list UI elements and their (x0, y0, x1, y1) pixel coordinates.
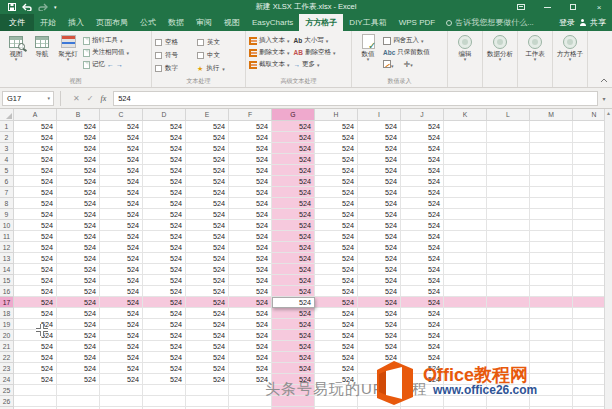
cell[interactable] (487, 275, 530, 286)
cell[interactable]: 524 (272, 286, 315, 297)
cell[interactable]: 524 (57, 242, 100, 253)
checkbox-icon[interactable] (197, 39, 204, 46)
cell[interactable]: 524 (229, 308, 272, 319)
extract-text-button[interactable]: 截取文本▾ (249, 60, 290, 69)
cell[interactable]: 524 (315, 341, 358, 352)
change-case-button[interactable]: Ab大小写▾ (294, 36, 336, 45)
cell[interactable]: 524 (358, 264, 401, 275)
spotlight-button[interactable]: 聚光灯▾ (55, 33, 81, 63)
ribbon-tab[interactable]: 公式 (134, 14, 162, 31)
cell[interactable]: 524 (100, 330, 143, 341)
cell[interactable]: 524 (57, 154, 100, 165)
plus-tool-button[interactable]: ✛▾ (404, 61, 413, 69)
cell[interactable]: 524 (14, 286, 57, 297)
ribbon-tab[interactable]: WPS PDF (393, 14, 441, 31)
cell[interactable]: 524 (401, 132, 444, 143)
cell[interactable]: 524 (229, 198, 272, 209)
cell[interactable] (530, 363, 573, 374)
cell[interactable]: 524 (186, 330, 229, 341)
insert-text-button[interactable]: 插入文本▾ (249, 36, 290, 45)
cell[interactable]: 524 (143, 286, 186, 297)
cell[interactable]: 524 (186, 341, 229, 352)
cancel-entry-icon[interactable]: ✕ (73, 94, 80, 103)
cell[interactable] (530, 385, 573, 396)
cell[interactable] (487, 264, 530, 275)
focus-same-values-button[interactable]: 关注相同值▾ (83, 48, 129, 57)
ribbon-tab[interactable]: 视图 (218, 14, 246, 31)
cell[interactable]: 524 (272, 121, 315, 132)
cell[interactable] (530, 143, 573, 154)
cell[interactable]: 524 (57, 308, 100, 319)
confirm-entry-icon[interactable]: ✓ (87, 94, 94, 103)
cell[interactable] (315, 396, 358, 407)
cell[interactable]: 524 (100, 253, 143, 264)
column-header[interactable]: K (444, 109, 487, 121)
checkbox-english[interactable]: 英文 (197, 36, 239, 49)
cell[interactable]: 524 (100, 198, 143, 209)
cell[interactable]: 524 (358, 341, 401, 352)
cell[interactable]: 524 (57, 319, 100, 330)
cell[interactable]: 524 (100, 297, 143, 308)
cell[interactable] (444, 187, 487, 198)
cell[interactable]: 524 (143, 176, 186, 187)
column-header[interactable]: A (14, 109, 57, 121)
cell[interactable]: 524 (315, 176, 358, 187)
cell[interactable]: 524 (186, 121, 229, 132)
cell[interactable]: 524 (14, 374, 57, 385)
cell[interactable]: 524 (401, 220, 444, 231)
row-header[interactable]: 17 (0, 297, 14, 308)
cell[interactable] (530, 220, 573, 231)
ribbon-tab[interactable]: EasyCharts (246, 14, 299, 31)
cell[interactable]: 524 (100, 352, 143, 363)
cell[interactable]: 524 (272, 187, 315, 198)
cell[interactable] (530, 374, 573, 385)
cell[interactable]: 524 (272, 319, 315, 330)
cell[interactable]: 524 (186, 286, 229, 297)
cell[interactable]: 524 (229, 253, 272, 264)
cell[interactable]: 524 (229, 330, 272, 341)
cell[interactable]: 524 (401, 308, 444, 319)
cell[interactable]: 524 (272, 297, 315, 308)
cell[interactable]: 524 (358, 176, 401, 187)
cell[interactable] (530, 341, 573, 352)
cell[interactable] (487, 341, 530, 352)
memory-button[interactable]: 记忆←→ (83, 60, 129, 69)
cell[interactable] (530, 165, 573, 176)
cell[interactable]: 524 (315, 297, 358, 308)
cell[interactable]: 524 (14, 308, 57, 319)
cell[interactable]: 524 (143, 264, 186, 275)
formula-input[interactable]: 524 (113, 91, 598, 106)
numeric-value-button[interactable]: 数值▾ (355, 33, 381, 63)
cell[interactable]: 524 (57, 220, 100, 231)
cell[interactable] (444, 330, 487, 341)
forward-arrow-icon[interactable]: → (116, 61, 123, 68)
cell[interactable]: 524 (57, 143, 100, 154)
cell[interactable] (14, 385, 57, 396)
cell[interactable]: 524 (14, 275, 57, 286)
cell[interactable]: 524 (401, 330, 444, 341)
cell[interactable]: 524 (14, 132, 57, 143)
cell[interactable] (487, 385, 530, 396)
cell[interactable]: 524 (358, 286, 401, 297)
cell[interactable] (487, 319, 530, 330)
cell[interactable] (401, 385, 444, 396)
row-header[interactable]: 7 (0, 187, 14, 198)
cell[interactable]: 524 (315, 319, 358, 330)
column-header[interactable]: D (143, 109, 186, 121)
cell[interactable] (444, 297, 487, 308)
row-header[interactable]: 5 (0, 165, 14, 176)
cell[interactable]: 524 (100, 187, 143, 198)
cell[interactable]: 524 (57, 275, 100, 286)
ribbon-tab[interactable]: 文件 (0, 14, 34, 31)
row-header[interactable]: 22 (0, 352, 14, 363)
ffcell-button[interactable]: 方方格子▾ (556, 33, 584, 63)
cell[interactable]: 524 (143, 231, 186, 242)
cell[interactable]: 524 (358, 154, 401, 165)
cell[interactable]: 524 (14, 165, 57, 176)
cell[interactable]: 524 (401, 209, 444, 220)
cell[interactable] (530, 121, 573, 132)
cell[interactable] (444, 121, 487, 132)
row-header[interactable]: 11 (0, 231, 14, 242)
cell[interactable]: 524 (229, 297, 272, 308)
cell[interactable]: 524 (315, 198, 358, 209)
